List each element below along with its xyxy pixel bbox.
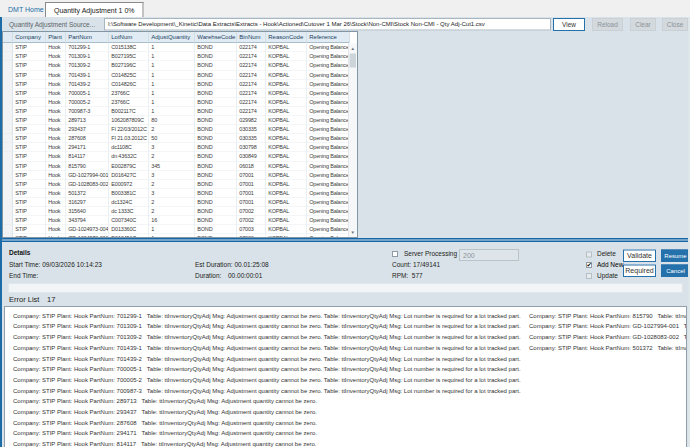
grid-column-header[interactable]: Plant xyxy=(45,32,65,43)
table-row[interactable]: STIPHook2897131062087809C80BOND029982KOP… xyxy=(3,116,349,125)
grid-column-header[interactable]: BinNum xyxy=(236,32,265,43)
delete-checkbox[interactable] xyxy=(586,252,592,258)
table-row[interactable]: STIPHook700987-3B002117C1BOND022174KOPBA… xyxy=(3,106,349,115)
table-row[interactable]: STIPHook700005-223766C1BOND022174KOPBALO… xyxy=(3,97,349,106)
table-row[interactable]: STIPHook701439-2C014826C1BOND022174KOPBA… xyxy=(3,79,349,88)
row-indicator[interactable] xyxy=(3,116,12,125)
scroll-thumb[interactable] xyxy=(350,54,357,68)
row-indicator[interactable] xyxy=(3,207,12,216)
table-row[interactable]: STIPHook316297dc1324C2BOND07001KOPBALOpe… xyxy=(3,197,349,206)
grid-cell: 345 xyxy=(148,161,194,170)
row-indicator[interactable] xyxy=(3,197,12,206)
grid-cell: 2 xyxy=(148,207,194,216)
grid-cell: Opening Balance xyxy=(306,152,349,161)
row-indicator[interactable] xyxy=(3,88,12,97)
error-list-item[interactable]: Company: STIP Plant: Hook PartNum: 70000… xyxy=(13,376,521,383)
error-list-item[interactable]: Company: STIP Plant: Hook PartNum: 28971… xyxy=(13,398,317,405)
row-indicator[interactable] xyxy=(3,134,12,143)
table-row[interactable]: STIPHook287608FI 21.03.2012C50BOND030335… xyxy=(3,134,349,143)
grid-cell: Opening Balance xyxy=(306,143,349,152)
add-new-checkbox[interactable]: ✔ xyxy=(586,262,592,268)
row-indicator[interactable] xyxy=(3,43,12,52)
row-indicator[interactable] xyxy=(3,79,12,88)
resume-button[interactable]: Resume xyxy=(661,250,690,263)
error-list-item[interactable]: Company: STIP Plant: Hook PartNum: 81579… xyxy=(529,312,687,319)
grid-cell: 3 xyxy=(148,143,194,152)
grid-column-header[interactable]: Company xyxy=(12,32,45,43)
error-list-item[interactable]: Company: STIP Plant: Hook PartNum: 50137… xyxy=(529,344,687,351)
error-list-item[interactable]: Company: STIP Plant: Hook PartNum: 70000… xyxy=(13,366,521,373)
grid-column-header[interactable]: AdjustQuantity xyxy=(148,32,194,43)
error-list-item[interactable]: Company: STIP Plant: Hook PartNum: 28760… xyxy=(13,419,317,426)
grid-column-header[interactable]: WarehseCode xyxy=(194,32,236,43)
error-list-item[interactable]: Company: STIP Plant: Hook PartNum: 29417… xyxy=(13,430,317,437)
grid-cell: KOPBAL xyxy=(265,216,306,225)
row-indicator[interactable] xyxy=(3,125,12,134)
table-row[interactable]: STIPHookGD-1024973-004D013360C1BOND07003… xyxy=(3,225,349,234)
table-row[interactable]: STIPHook701309-2B027196C1BOND022174KOPBA… xyxy=(3,61,349,70)
error-list-item[interactable]: Company: STIP Plant: Hook PartNum: 70129… xyxy=(13,312,521,319)
view-button[interactable]: View xyxy=(553,18,585,31)
row-indicator[interactable] xyxy=(3,61,12,70)
grid-column-header[interactable]: Reference xyxy=(306,32,349,43)
table-row[interactable]: STIPHook815790E002879C345BOND06018KOPBAL… xyxy=(3,161,349,170)
table-row[interactable]: STIPHook701299-1C015138C1BOND022174KOPBA… xyxy=(3,43,349,52)
required-button[interactable]: Required xyxy=(623,265,656,278)
row-indicator[interactable] xyxy=(3,161,12,170)
scroll-down-icon[interactable]: ▼ xyxy=(349,228,358,237)
validate-button[interactable]: Validate xyxy=(623,250,656,263)
row-indicator[interactable] xyxy=(3,70,12,79)
row-indicator[interactable] xyxy=(3,170,12,179)
table-row[interactable]: STIPHook701439-1C014825C1BOND022174KOPBA… xyxy=(3,70,349,79)
server-processing-checkbox[interactable] xyxy=(392,251,398,257)
error-list-item[interactable]: Company: STIP Plant: Hook PartNum: 81411… xyxy=(13,440,316,447)
source-path-input[interactable]: I:\Software Development\_Kinetic\Data Ex… xyxy=(104,18,551,31)
grid-cell: 293437 xyxy=(65,125,108,134)
error-list-item[interactable]: Company: STIP Plant: Hook PartNum: GD-10… xyxy=(529,323,687,330)
table-row[interactable]: STIPHook814117dn 43632C2BOND030849KOPBAL… xyxy=(3,152,349,161)
grid-cell: BOND xyxy=(194,134,236,143)
error-list[interactable]: Company: STIP Plant: Hook PartNum: 70129… xyxy=(4,306,687,447)
row-indicator[interactable] xyxy=(3,152,12,161)
grid-column-header[interactable]: PartNum xyxy=(65,32,108,43)
table-row[interactable]: STIPHook343794C007340C16BOND07002KOPBALO… xyxy=(3,216,349,225)
error-list-item[interactable]: Company: STIP Plant: Hook PartNum: 29343… xyxy=(13,408,317,415)
row-indicator[interactable] xyxy=(3,225,12,234)
grid-cell: Opening Balance xyxy=(306,207,349,216)
update-checkbox[interactable] xyxy=(586,273,592,279)
row-indicator[interactable] xyxy=(3,179,12,188)
table-row[interactable]: STIPHookGD-1028083-002E0009722BOND07001K… xyxy=(3,179,349,188)
error-list-item[interactable]: Company: STIP Plant: Hook PartNum: 70143… xyxy=(13,355,521,362)
error-list-item[interactable]: Company: STIP Plant: Hook PartNum: 70098… xyxy=(13,387,521,394)
grid-cell: KOPBAL xyxy=(265,179,306,188)
table-row[interactable]: STIPHook294171dc1108C3BOND030798KOPBALOp… xyxy=(3,143,349,152)
grid-cell: Opening Balance xyxy=(306,134,349,143)
cancel-button[interactable]: Cancel xyxy=(661,265,690,278)
grid-cell: Hook xyxy=(45,106,65,115)
tab-dmt-home[interactable]: DMT Home xyxy=(4,2,48,17)
error-list-item[interactable]: Company: STIP Plant: Hook PartNum: 70143… xyxy=(13,344,521,351)
table-row[interactable]: STIPHook293437FI 22/03/2012C2BOND030335K… xyxy=(3,125,349,134)
scroll-up-icon[interactable]: ▲ xyxy=(349,44,358,53)
table-row[interactable]: STIPHook315640dc 1333C2BOND07002KOPBALOp… xyxy=(3,207,349,216)
row-indicator[interactable] xyxy=(3,143,12,152)
row-indicator[interactable] xyxy=(3,188,12,197)
grid-vertical-scrollbar[interactable]: ▲ ▼ xyxy=(348,44,357,238)
row-indicator[interactable] xyxy=(3,106,12,115)
error-list-item[interactable]: Company: STIP Plant: Hook PartNum: 70130… xyxy=(13,333,521,340)
row-indicator[interactable] xyxy=(3,216,12,225)
table-row[interactable]: STIPHook501372B003381C3BOND07001KOPBALOp… xyxy=(3,188,349,197)
grid-column-header[interactable]: LotNum xyxy=(108,32,148,43)
row-indicator[interactable] xyxy=(3,97,12,106)
grid-cell: 030798 xyxy=(236,143,265,152)
table-row[interactable]: STIPHook701309-1B027195C1BOND022174KOPBA… xyxy=(3,52,349,61)
table-row[interactable]: STIPHookGD-1027994-001D016427C3BOND07001… xyxy=(3,170,349,179)
grid-cell: KOPBAL xyxy=(265,70,306,79)
error-list-item[interactable]: Company: STIP Plant: Hook PartNum: GD-10… xyxy=(529,333,687,340)
table-row[interactable]: STIPHook700005-123766C1BOND022174KOPBALO… xyxy=(3,88,349,97)
grid-cell: KOPBAL xyxy=(265,161,306,170)
tab-quantity-adjustment[interactable]: Quantity Adjustment 1 0% xyxy=(45,2,144,17)
row-indicator[interactable] xyxy=(3,52,12,61)
grid-column-header[interactable]: ReasonCode xyxy=(265,32,306,43)
error-list-item[interactable]: Company: STIP Plant: Hook PartNum: 70130… xyxy=(13,323,521,330)
